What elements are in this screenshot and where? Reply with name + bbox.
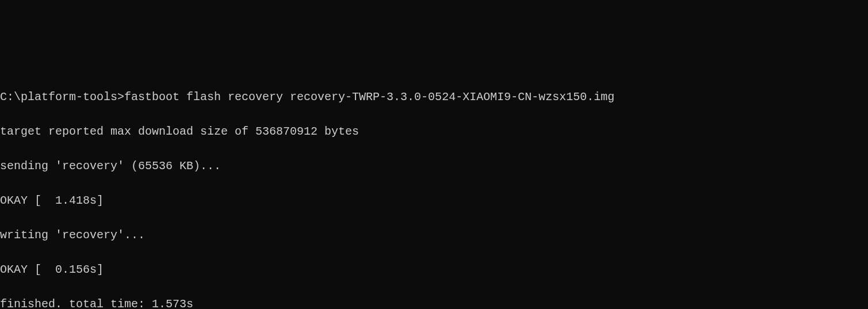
terminal-line: OKAY [ 1.418s] — [0, 192, 868, 209]
terminal-line: finished. total time: 1.573s — [0, 296, 868, 309]
terminal-line: sending 'recovery' (65536 KB)... — [0, 158, 868, 175]
terminal-line: C:\platform-tools>fastboot flash recover… — [0, 89, 868, 106]
terminal-line: writing 'recovery'... — [0, 227, 868, 244]
terminal-line: target reported max download size of 536… — [0, 123, 868, 140]
terminal-window[interactable]: C:\platform-tools>fastboot flash recover… — [0, 69, 868, 309]
terminal-line: OKAY [ 0.156s] — [0, 261, 868, 279]
